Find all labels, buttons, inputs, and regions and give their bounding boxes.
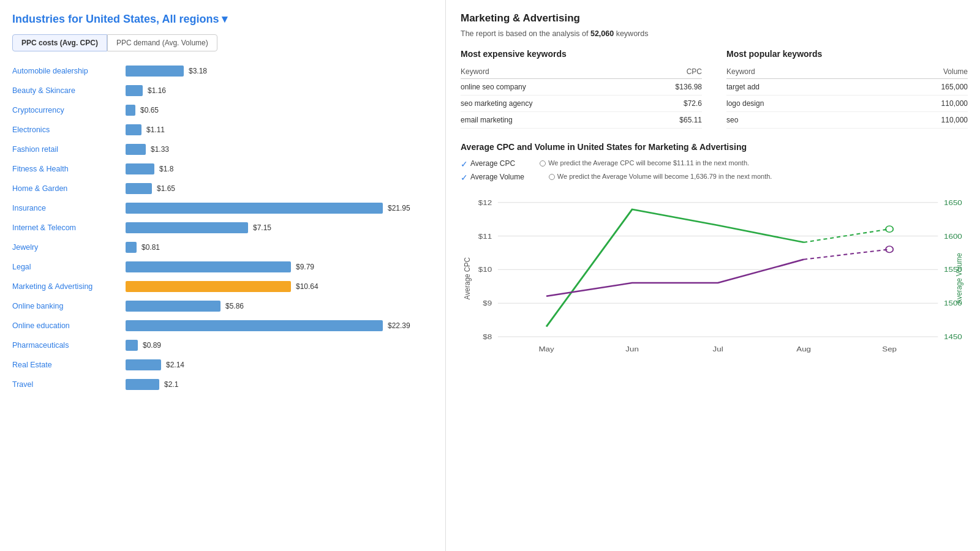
- bar-container: $7.15: [126, 222, 433, 233]
- industry-value: $1.8: [159, 165, 173, 173]
- kw-volume: 110,000: [868, 96, 968, 112]
- most-popular-section: Most popular keywords Keyword Volume tar…: [726, 49, 968, 129]
- industry-name[interactable]: Marketing & Advertising: [12, 282, 126, 291]
- industry-row: Jewelry$0.81: [12, 239, 433, 256]
- kw-name: logo design: [726, 96, 868, 112]
- report-subtitle: The report is based on the analysis of 5…: [461, 29, 968, 38]
- industry-value: $3.18: [189, 67, 207, 75]
- kw-name: target add: [726, 79, 868, 96]
- industry-name[interactable]: Pharmaceuticals: [12, 341, 126, 350]
- industry-value: $10.64: [296, 282, 318, 291]
- tab-ppc-demand[interactable]: PPC demand (Avg. Volume): [107, 34, 217, 51]
- industry-name[interactable]: Online education: [12, 321, 126, 330]
- svg-text:Jun: Jun: [625, 345, 639, 353]
- most-expensive-title: Most expensive keywords: [461, 49, 702, 59]
- svg-text:Aug: Aug: [796, 345, 811, 353]
- industry-row: Real Estate$2.14: [12, 356, 433, 373]
- industry-value: $0.65: [140, 106, 159, 114]
- kw-volume: 165,000: [868, 79, 968, 96]
- most-popular-title: Most popular keywords: [726, 49, 968, 59]
- col-keyword-1: Keyword: [461, 65, 637, 79]
- industry-value: $1.33: [151, 145, 169, 154]
- bar-container: $0.65: [126, 105, 433, 116]
- industry-value: $5.86: [225, 302, 244, 310]
- svg-text:Average CPC: Average CPC: [462, 257, 472, 299]
- legend-predict-text-1: We predict the Average CPC will become $…: [548, 159, 749, 167]
- industry-row: Online banking$5.86: [12, 298, 433, 315]
- industry-name[interactable]: Beauty & Skincare: [12, 86, 126, 95]
- industry-bar: [126, 85, 143, 96]
- right-panel-title: Marketing & Advertising: [461, 12, 968, 24]
- industry-name[interactable]: Fitness & Health: [12, 165, 126, 173]
- legend-predict-text-2: We predict the Average Volume will becom…: [557, 173, 772, 180]
- bar-container: $5.86: [126, 301, 433, 312]
- kw-cpc: $72.6: [637, 96, 702, 112]
- bar-container: $1.8: [126, 163, 433, 174]
- region-dropdown[interactable]: All regions ▾: [162, 13, 227, 25]
- industry-bar: [126, 66, 184, 77]
- right-panel: Marketing & Advertising The report is ba…: [446, 0, 980, 551]
- industry-row: Fashion retail$1.33: [12, 141, 433, 158]
- industry-bar: [126, 359, 161, 370]
- panel-title: Industries for United States, All region…: [12, 12, 433, 26]
- industry-value: $0.89: [143, 341, 161, 350]
- keywords-grid: Most expensive keywords Keyword CPC onli…: [461, 49, 968, 129]
- industry-bar: [126, 183, 152, 194]
- col-cpc: CPC: [637, 65, 702, 79]
- panel-title-text: Industries for United States,: [12, 13, 159, 25]
- svg-text:Sep: Sep: [882, 345, 897, 353]
- industry-row: Pharmaceuticals$0.89: [12, 337, 433, 354]
- bar-container: $22.39: [126, 320, 433, 331]
- industry-name[interactable]: Real Estate: [12, 361, 126, 369]
- industry-name[interactable]: Fashion retail: [12, 145, 126, 154]
- industry-value: $1.65: [157, 184, 175, 193]
- bar-container: $0.89: [126, 340, 433, 351]
- industry-row: Legal$9.79: [12, 258, 433, 276]
- svg-text:$10: $10: [478, 266, 492, 274]
- bar-container: $1.33: [126, 144, 433, 155]
- bar-container: $1.65: [126, 183, 433, 194]
- bar-container: $1.11: [126, 124, 433, 135]
- industry-name[interactable]: Legal: [12, 263, 126, 271]
- svg-text:1650: 1650: [944, 199, 962, 207]
- svg-text:Jul: Jul: [713, 345, 723, 353]
- industry-name[interactable]: Online banking: [12, 302, 126, 310]
- legend-avg-volume: Average Volume: [470, 173, 524, 181]
- tab-ppc-costs[interactable]: PPC costs (Avg. CPC): [12, 34, 107, 51]
- industry-name[interactable]: Cryptocurrency: [12, 106, 126, 114]
- industry-row: Marketing & Advertising$10.64: [12, 278, 433, 295]
- industry-bar: [126, 105, 135, 116]
- most-expensive-section: Most expensive keywords Keyword CPC onli…: [461, 49, 702, 129]
- industry-value: $1.11: [146, 126, 165, 134]
- industry-row: Insurance$21.95: [12, 200, 433, 217]
- table-row: target add165,000: [726, 79, 968, 96]
- bar-container: $2.1: [126, 379, 433, 390]
- legend-predict-circle-1: [540, 160, 546, 167]
- industry-name[interactable]: Automobile dealership: [12, 67, 126, 75]
- chevron-down-icon: ▾: [222, 13, 227, 25]
- kw-volume: 110,000: [868, 112, 968, 129]
- kw-name: email marketing: [461, 112, 637, 129]
- industry-name[interactable]: Travel: [12, 380, 126, 389]
- bar-container: $3.18: [126, 66, 433, 77]
- industry-bar: [126, 301, 221, 312]
- industry-bar: [126, 222, 248, 233]
- industry-name[interactable]: Home & Garden: [12, 184, 126, 193]
- industry-name[interactable]: Electronics: [12, 126, 126, 134]
- industry-name[interactable]: Jewelry: [12, 243, 126, 252]
- kw-cpc: $136.98: [637, 79, 702, 96]
- industry-bar: [126, 163, 154, 174]
- col-keyword-2: Keyword: [726, 65, 868, 79]
- industry-value: $1.16: [148, 86, 166, 95]
- industry-row: Home & Garden$1.65: [12, 180, 433, 197]
- industry-name[interactable]: Insurance: [12, 204, 126, 212]
- industry-name[interactable]: Internet & Telecom: [12, 223, 126, 232]
- industry-value: $9.79: [296, 263, 314, 271]
- table-row: logo design110,000: [726, 96, 968, 112]
- table-row: seo110,000: [726, 112, 968, 129]
- kw-cpc: $65.11: [637, 112, 702, 129]
- industry-value: $0.81: [141, 243, 160, 252]
- svg-text:$8: $8: [483, 333, 492, 341]
- industry-value: $22.39: [388, 321, 410, 330]
- industry-bar: [126, 124, 141, 135]
